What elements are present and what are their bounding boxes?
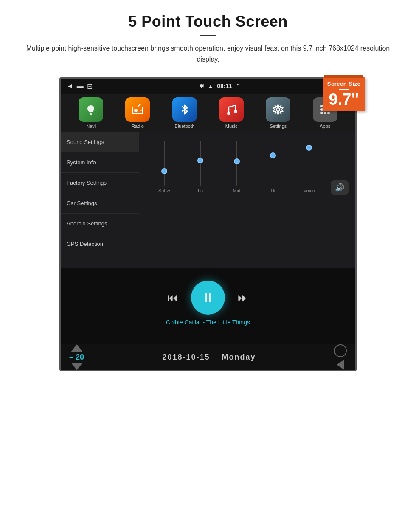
prev-button[interactable]: ⏮ (167, 291, 178, 304)
app-icon-settings[interactable]: Settings (255, 97, 301, 129)
app-icon-label-radio: Radio (132, 124, 144, 129)
bottom-center: 2018-10-15 Monday (162, 353, 256, 362)
app-icon-label-bluetooth: Bluetooth (175, 124, 194, 129)
screen-icon: ▬ (77, 82, 84, 90)
day-display: Monday (222, 353, 256, 361)
app-icon-radio[interactable]: Radio (114, 97, 161, 129)
home-button[interactable] (334, 344, 347, 357)
eq-track-mid (236, 141, 237, 186)
grid-icon: ⊞ (87, 82, 93, 90)
page-title: 5 Point Touch Screen (25, 13, 391, 31)
app-icon-box-settings (266, 97, 290, 122)
badge-divider (339, 89, 349, 90)
sidebar: Sound SettingsSystem InfoFactory Setting… (61, 132, 139, 268)
play-pause-button[interactable]: ⏸ (191, 281, 225, 315)
temp-down-button[interactable] (71, 363, 83, 370)
eq-label-voice: Voice (304, 188, 315, 193)
eq-track-voice (309, 141, 309, 186)
bottom-left: – 20 (69, 344, 84, 370)
title-divider (200, 35, 216, 36)
back-icon[interactable]: ◄ (67, 82, 73, 90)
app-icon-box-radio (125, 97, 150, 122)
eq-knob-lo[interactable] (197, 158, 203, 163)
app-icon-box-music (219, 97, 244, 122)
expand-icon: ⌃ (236, 83, 241, 90)
app-icon-box-bluetooth (172, 97, 197, 122)
temp-up-button[interactable] (71, 344, 83, 352)
app-icon-label-settings: Settings (270, 124, 287, 129)
eq-knob-mid[interactable] (234, 158, 240, 164)
svg-point-0 (87, 105, 94, 112)
badge-label: Screen Size (327, 81, 361, 87)
status-bar: ◄ ▬ ⊞ ✱ ▲ 08:11 ⌃ (61, 79, 355, 94)
main-content: Sound SettingsSystem InfoFactory Setting… (61, 132, 355, 268)
app-icon-bluetooth[interactable]: Bluetooth (161, 97, 208, 129)
music-player: ⏮ ⏸ ⏭ Colbie Caillat - The Little Things (61, 268, 355, 344)
eq-knob-subw[interactable] (161, 168, 167, 174)
sidebar-item-gps-detection[interactable]: GPS Detection (61, 234, 139, 254)
next-button[interactable]: ⏭ (238, 291, 249, 304)
svg-point-16 (327, 112, 330, 114)
status-center: ✱ ▲ 08:11 ⌃ (199, 83, 241, 90)
back-button[interactable] (337, 360, 344, 370)
date-display: 2018-10-15 (162, 353, 210, 361)
bottom-right (334, 344, 347, 370)
sidebar-item-android-settings[interactable]: Android Settings (61, 214, 139, 234)
temp-minus: – (69, 353, 73, 361)
song-title: Colbie Caillat - The Little Things (166, 319, 250, 326)
eq-track-subw (164, 141, 165, 186)
svg-point-3 (140, 110, 142, 111)
svg-point-2 (134, 109, 138, 112)
svg-point-14 (320, 112, 323, 114)
svg-point-15 (324, 112, 326, 114)
music-visualizer (61, 310, 355, 344)
time-display: 08:11 (217, 83, 232, 90)
eq-sliders-row: Subw Lo Mid Hi Voice (146, 137, 327, 197)
sidebar-item-sound-settings[interactable]: Sound Settings (61, 132, 139, 152)
eq-label-lo: Lo (198, 188, 203, 193)
device-screen: ◄ ▬ ⊞ ✱ ▲ 08:11 ⌃ Navi (59, 77, 357, 371)
eq-slider-voice[interactable]: Voice (291, 141, 327, 193)
eq-knob-hi[interactable] (270, 152, 276, 158)
sidebar-item-system-info[interactable]: System Info (61, 152, 139, 173)
player-controls: ⏮ ⏸ ⏭ (167, 281, 249, 315)
app-icon-label-music: Music (225, 124, 238, 129)
eq-slider-mid[interactable]: Mid (219, 141, 255, 193)
app-icon-label-navi: Navi (86, 124, 96, 129)
volume-button[interactable]: 🔊 (331, 180, 349, 195)
eq-label-subw: Subw (158, 188, 170, 193)
svg-point-6 (234, 110, 237, 113)
eq-label-hi: Hi (271, 188, 275, 193)
eq-slider-hi[interactable]: Hi (255, 141, 291, 193)
screen-size-badge: Screen Size 9.7" (323, 77, 365, 111)
bluetooth-icon: ✱ (199, 83, 204, 90)
app-icon-navi[interactable]: Navi (67, 97, 114, 129)
sidebar-item-factory-settings[interactable]: Factory Settings (61, 173, 139, 193)
eq-area: Subw Lo Mid Hi Voice 🔊 (139, 132, 355, 268)
eq-slider-lo[interactable]: Lo (182, 141, 218, 193)
app-icons-row: Navi Radio Bluetooth Music Settings (61, 94, 355, 132)
temp-display: – 20 (69, 353, 84, 362)
svg-point-7 (276, 108, 280, 111)
eq-track-hi (273, 141, 273, 186)
sidebar-item-car-settings[interactable]: Car Settings (61, 193, 139, 214)
play-icon: ⏸ (202, 290, 214, 305)
page-subtitle: Multiple point high-sensitive touchscree… (25, 43, 391, 65)
badge-size: 9.7" (327, 91, 361, 107)
app-icon-box-navi (79, 97, 103, 122)
eq-track-lo (200, 141, 201, 186)
device-area: Screen Size 9.7" ◄ ▬ ⊞ ✱ ▲ 08:11 ⌃ (55, 77, 361, 371)
page-header: 5 Point Touch Screen Multiple point high… (0, 0, 416, 69)
temp-value: 20 (76, 353, 84, 361)
eq-label-mid: Mid (233, 188, 241, 193)
svg-point-5 (227, 112, 230, 115)
app-icon-music[interactable]: Music (208, 97, 255, 129)
status-left: ◄ ▬ ⊞ (67, 82, 93, 90)
eq-slider-subw[interactable]: Subw (146, 141, 182, 193)
app-icon-label-apps: Apps (320, 124, 330, 129)
bottom-bar: – 20 2018-10-15 Monday (61, 344, 355, 370)
eq-knob-voice[interactable] (306, 145, 312, 151)
signal-icon: ▲ (208, 83, 214, 90)
